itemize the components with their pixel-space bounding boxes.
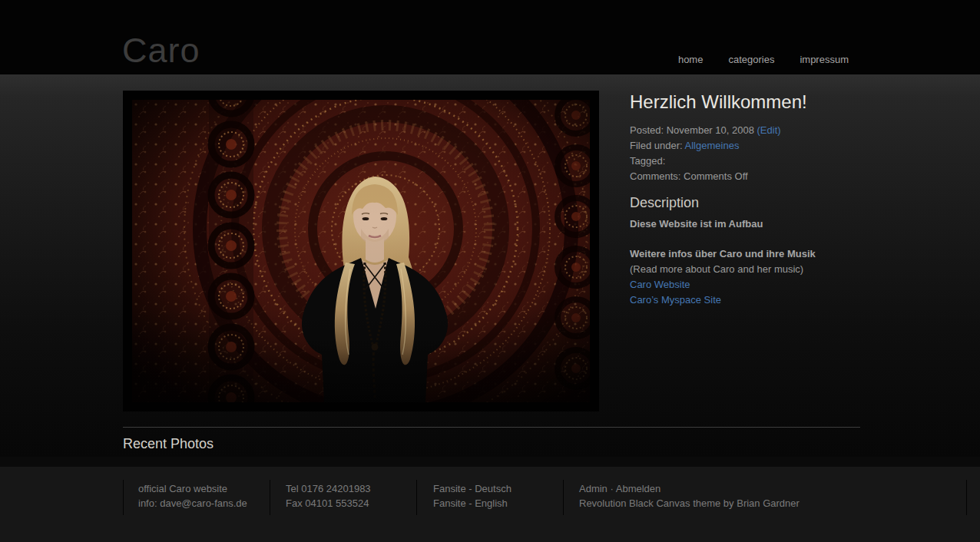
category-link-allgemeines[interactable]: Allgemeines (685, 140, 740, 151)
footer-admin-line: Admin · Abmelden (579, 481, 800, 496)
featured-photo-frame (123, 91, 599, 411)
post-sidebar: Herzlich Willkommen! Posted: November 10… (630, 91, 860, 308)
footer-divider-1 (123, 480, 124, 515)
footer-tel-text: Tel 0176 24201983 (286, 481, 371, 496)
footer-divider-3 (416, 480, 417, 515)
description-heading: Description (630, 195, 860, 210)
footer-divider-5 (966, 480, 967, 515)
main-nav: home categories impressum (678, 54, 849, 65)
caro-website-link[interactable]: Caro Website (630, 277, 860, 292)
post-meta: Posted: November 10, 2008 (Edit) Filed u… (630, 123, 860, 184)
section-divider (123, 427, 860, 428)
description-line-weitere: Weitere infos über Caro und ihre Musik (630, 246, 860, 262)
description-line-readmore: (Read more about Caro and her music) (630, 262, 860, 277)
site-footer: official Caro website info: dave@caro-fa… (0, 467, 980, 542)
footer-col-fansites: Fansite - Deutsch Fansite - English (433, 481, 512, 511)
caro-portrait-photo (132, 100, 590, 402)
edit-link[interactable]: (Edit) (757, 124, 781, 136)
nav-item-home[interactable]: home (678, 54, 704, 65)
posted-date: November 10, 2008 (667, 124, 754, 136)
theme-credit-text: Revolution Black Canvas theme by Brian G… (579, 496, 800, 511)
footer-col-contact: Tel 0176 24201983 Fax 04101 553524 (286, 481, 371, 511)
filed-label: Filed under: (630, 140, 683, 151)
post-title: Herzlich Willkommen! (630, 91, 860, 113)
admin-separator: · (610, 483, 613, 494)
admin-link[interactable]: Admin (579, 483, 608, 494)
nav-item-impressum[interactable]: impressum (800, 54, 849, 65)
logout-link[interactable]: Abmelden (616, 483, 661, 494)
nav-item-categories[interactable]: categories (728, 54, 774, 65)
comments-value: Comments Off (684, 170, 748, 182)
footer-fax-text: Fax 04101 553524 (286, 496, 371, 511)
footer-top-strip (0, 457, 980, 467)
footer-divider-2 (270, 480, 270, 515)
page: Caro home categories impressum (0, 0, 980, 542)
post-meta-posted: Posted: November 10, 2008 (Edit) (630, 123, 860, 138)
fansite-deutsch-link[interactable]: Fansite - Deutsch (433, 481, 512, 496)
post-meta-filed: Filed under: Allgemeines (630, 138, 860, 154)
post-meta-comments: Comments: Comments Off (630, 169, 860, 184)
tagged-label: Tagged: (630, 155, 665, 167)
description-body: Diese Website ist im Aufbau Weitere info… (630, 216, 860, 308)
footer-divider-4 (563, 480, 564, 515)
footer-email-text: info: dave@caro-fans.de (138, 496, 247, 511)
site-logo[interactable]: Caro (122, 32, 200, 69)
recent-photos-heading: Recent Photos (123, 435, 214, 453)
comments-label: Comments: (630, 170, 680, 182)
footer-col-site-info: official Caro website info: dave@caro-fa… (138, 481, 247, 511)
site-header: Caro home categories impressum (0, 0, 980, 74)
posted-label: Posted: (630, 124, 664, 136)
caro-myspace-link[interactable]: Caro’s Myspace Site (630, 292, 860, 308)
fansite-english-link[interactable]: Fansite - English (433, 496, 512, 511)
post-meta-tagged: Tagged: (630, 154, 860, 169)
footer-col-admin: Admin · Abmelden Revolution Black Canvas… (579, 481, 800, 511)
description-line-aufbau: Diese Website ist im Aufbau (630, 216, 860, 232)
footer-official-text: official Caro website (138, 481, 247, 496)
